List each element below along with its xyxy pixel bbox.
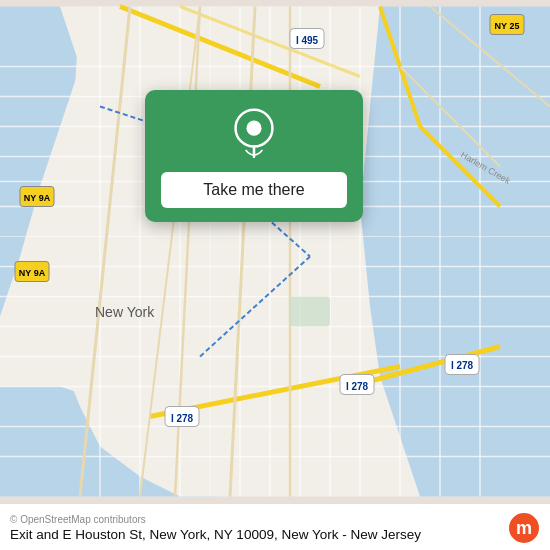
svg-text:New York: New York — [95, 304, 155, 320]
svg-text:NY 9A: NY 9A — [19, 268, 46, 278]
svg-text:I 278: I 278 — [451, 360, 474, 371]
svg-text:m: m — [516, 518, 532, 538]
take-me-there-button[interactable]: Take me there — [161, 172, 347, 208]
svg-text:I 278: I 278 — [171, 413, 194, 424]
svg-text:NY 25: NY 25 — [495, 21, 520, 31]
svg-text:NY 9A: NY 9A — [24, 193, 51, 203]
map-svg: I 495 NY 25 NY 9A NY 9A I 278 I 278 I 27… — [0, 0, 550, 503]
map-attribution: © OpenStreetMap contributors — [10, 514, 421, 525]
location-address: Exit and E Houston St, New York, NY 1000… — [10, 527, 421, 542]
moovit-icon: m — [508, 512, 540, 544]
map-container: I 495 NY 25 NY 9A NY 9A I 278 I 278 I 27… — [0, 0, 550, 503]
bottom-bar: © OpenStreetMap contributors Exit and E … — [0, 503, 550, 550]
svg-rect-59 — [290, 297, 330, 327]
pin-icon — [228, 108, 280, 160]
svg-text:I 278: I 278 — [346, 381, 369, 392]
location-card: Take me there — [145, 90, 363, 222]
moovit-logo: m — [508, 512, 540, 544]
svg-text:I 495: I 495 — [296, 35, 319, 46]
svg-point-67 — [246, 121, 261, 136]
bottom-left: © OpenStreetMap contributors Exit and E … — [10, 514, 421, 542]
app: I 495 NY 25 NY 9A NY 9A I 278 I 278 I 27… — [0, 0, 550, 550]
